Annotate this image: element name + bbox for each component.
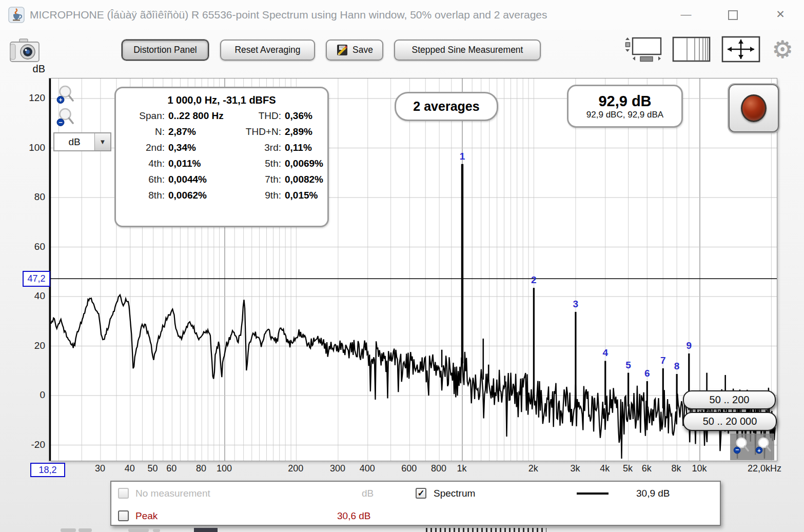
spectrum-label: Spectrum — [434, 488, 475, 499]
cutoff-row-fragment — [194, 528, 218, 532]
averages-badge: 2 averages — [395, 92, 498, 121]
info-value: 0..22 800 Hz — [168, 110, 232, 122]
window-title: MICROPHONE (Îáùàÿ ãðîìêîñòü) R 65536-poi… — [30, 0, 547, 30]
svg-text:−: − — [58, 119, 63, 126]
spectrum-chart-plot[interactable]: 123456789 + − dB ▼ 1 000,0 Hz, -31,1 dBF… — [49, 78, 777, 461]
info-label: 7th: — [232, 174, 285, 185]
camera-screenshot-icon[interactable] — [7, 37, 42, 64]
x-zoom-panel: − + — [730, 434, 774, 460]
info-label: 6th: — [121, 174, 168, 185]
info-value: 2,87% — [168, 126, 232, 137]
spectrum-value: 30,9 dB — [636, 488, 670, 499]
info-label: THD: — [232, 110, 285, 122]
stepped-sine-measurement-button[interactable]: Stepped Sine Measurement — [394, 40, 541, 61]
x-tick-label: 10k — [671, 463, 728, 474]
range-50-20000-button[interactable]: 50 .. 20 000 — [683, 412, 777, 431]
minimize-button[interactable]: — — [675, 5, 697, 24]
svg-text:−: − — [735, 446, 738, 454]
info-label: Span: — [121, 110, 168, 122]
y-tick-label: 100 — [0, 142, 45, 153]
cutoff-row-fragment — [79, 528, 92, 532]
cutoff-row-fragment — [128, 528, 149, 532]
svg-text:+: + — [757, 447, 760, 454]
peak-number-label: 8 — [674, 361, 680, 371]
x-tick-label: 1k — [434, 463, 490, 474]
info-value: 0,34% — [168, 142, 232, 153]
zoom-out-magnifier-icon[interactable]: − — [56, 107, 74, 130]
info-label: THD+N: — [232, 126, 285, 137]
info-panel-header: 1 000,0 Hz, -31,1 dBFS — [121, 94, 322, 106]
y-tick-label: 60 — [0, 241, 45, 252]
level-badge: 92,9 dB 92,9 dBC, 92,9 dBA — [567, 85, 683, 128]
y-tick-label: 20 — [0, 340, 45, 351]
unit-selector-value: dB — [54, 133, 94, 150]
y-tick-label: 40 — [0, 290, 45, 302]
distortion-panel-button[interactable]: Distortion Panel — [122, 40, 209, 61]
java-coffee-cup-icon — [8, 7, 25, 23]
no-measurement-label: No measurement — [135, 488, 210, 499]
info-label: 9th: — [232, 190, 285, 201]
y-axis-unit-label: dB — [22, 63, 45, 75]
info-value: 0,36% — [285, 110, 323, 122]
record-button[interactable] — [729, 84, 779, 132]
peak-number-label: 9 — [687, 340, 692, 351]
pan-arrows-icon[interactable] — [721, 36, 760, 63]
save-button[interactable]: Save — [326, 40, 383, 61]
zoom-in-magnifier-icon[interactable]: + — [56, 85, 74, 107]
record-led-icon — [741, 94, 767, 122]
info-value: 0,015% — [285, 190, 323, 201]
reset-averaging-button[interactable]: Reset Averaging — [220, 40, 315, 61]
info-label: 5th: — [232, 158, 285, 169]
peak-number-label: 4 — [602, 347, 608, 358]
frequency-grid-icon[interactable] — [672, 36, 711, 62]
info-value: 0,0062% — [168, 190, 232, 201]
info-value: 0,0044% — [168, 174, 232, 185]
cutoff-row-fragment — [61, 528, 76, 532]
measurement-info-panel: 1 000,0 Hz, -31,1 dBFS Span:0..22 800 Hz… — [114, 87, 329, 227]
info-label: N: — [121, 126, 168, 137]
reset-averaging-label: Reset Averaging — [234, 45, 300, 55]
peak-value: 30,6 dB — [337, 510, 371, 522]
peak-checkbox[interactable] — [118, 510, 129, 521]
spectrum-trace — [51, 295, 775, 459]
cursor-x-value-box[interactable]: 18,2 — [30, 463, 65, 477]
x-zoom-in-magnifier-icon[interactable]: + — [755, 436, 772, 458]
scroll-zoom-view-icon[interactable] — [621, 36, 663, 64]
y-tick-label: -20 — [0, 439, 45, 450]
info-value: 0,11% — [285, 142, 323, 153]
spectrum-checkbox[interactable]: ✓ — [416, 488, 426, 499]
spectrum-line-sample — [577, 492, 609, 495]
range-50-200-button[interactable]: 50 .. 200 — [683, 390, 776, 409]
close-button[interactable]: ✕ — [769, 5, 792, 24]
unit-selector-dropdown[interactable]: dB ▼ — [53, 132, 111, 151]
peak-number-label: 2 — [531, 274, 537, 285]
level-main-value: 92,9 dB — [598, 92, 651, 110]
distortion-panel-label: Distortion Panel — [133, 45, 197, 55]
peak-number-label: 6 — [644, 368, 650, 379]
settings-gear-icon[interactable]: ⚙ — [770, 37, 795, 63]
info-panel-grid: Span:0..22 800 HzTHD:0,36%N:2,87%THD+N:2… — [121, 110, 322, 201]
peak-number-label: 7 — [660, 355, 666, 366]
svg-text:+: + — [58, 96, 62, 104]
y-tick-label: 80 — [0, 191, 45, 203]
cursor-y-value-box[interactable]: 47,2 — [23, 271, 50, 287]
no-measurement-checkbox[interactable] — [118, 488, 129, 499]
save-label: Save — [352, 45, 373, 55]
info-value: 0,0082% — [285, 174, 323, 185]
info-label: 8th: — [121, 190, 168, 201]
no-measurement-value: dB — [362, 488, 374, 499]
maximize-button[interactable] — [721, 5, 744, 24]
info-value: 0,0069% — [285, 158, 323, 169]
peak-label: Peak — [135, 510, 158, 522]
stepped-sine-label: Stepped Sine Measurement — [412, 45, 523, 55]
info-value: 2,89% — [285, 126, 323, 137]
info-value: 0,011% — [168, 158, 232, 169]
y-tick-label: 0 — [0, 389, 45, 401]
cutoff-row-fragment — [153, 529, 160, 532]
x-tick-label: 100 — [196, 463, 252, 474]
x-zoom-out-magnifier-icon[interactable]: − — [733, 436, 750, 458]
legend-panel: No measurement dB ✓ Spectrum 30,9 dB Pea… — [110, 481, 721, 526]
chevron-down-icon[interactable]: ▼ — [94, 133, 110, 150]
y-tick-label: 120 — [0, 92, 45, 104]
title-bar: MICROPHONE (Îáùàÿ ãðîìêîñòü) R 65536-poi… — [0, 0, 804, 30]
